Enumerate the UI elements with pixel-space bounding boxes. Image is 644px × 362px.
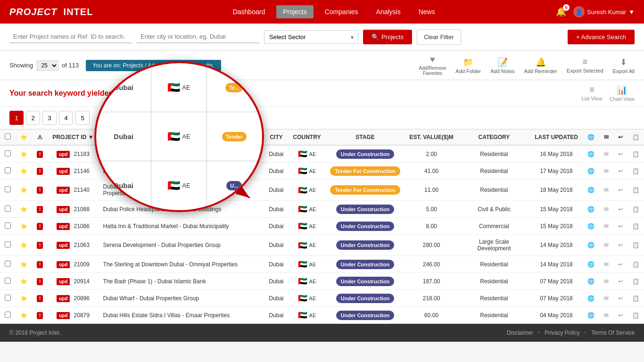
row-clipboard-8[interactable]: 📋: [627, 290, 644, 307]
row-name-1[interactable]: Dubai Creek Harb...: [99, 163, 264, 180]
row-name-2[interactable]: Dubai Creek Harbour Residential... (lot …: [99, 180, 264, 201]
row-alert-2[interactable]: !: [32, 180, 48, 201]
row-reply-0[interactable]: ↩: [613, 145, 627, 163]
row-clipboard-7[interactable]: 📋: [627, 273, 644, 290]
page-4-button[interactable]: 4: [59, 111, 73, 125]
row-check-3[interactable]: [5, 206, 11, 212]
notifications-button[interactable]: 🔔 0: [556, 7, 566, 17]
row-clipboard-6[interactable]: 📋: [627, 256, 644, 273]
page-3-button[interactable]: 3: [42, 111, 57, 125]
add-notes-button[interactable]: 📝 Add Notes: [490, 57, 514, 74]
row-check-0[interactable]: [5, 150, 11, 156]
footer-terms[interactable]: Terms Of Service: [591, 329, 635, 336]
export-all-button[interactable]: ⬇ Export All: [613, 57, 635, 74]
nav-news[interactable]: News: [412, 5, 442, 18]
row-reply-3[interactable]: ↩: [613, 201, 627, 218]
row-id-7[interactable]: upd 20914: [48, 273, 98, 290]
row-check-1[interactable]: [5, 167, 11, 173]
row-alert-8[interactable]: !: [32, 290, 48, 307]
row-email-6[interactable]: ✉: [599, 256, 613, 273]
row-name-3[interactable]: Dubai Police Headquarters Additional Bui…: [99, 201, 264, 218]
row-check-5[interactable]: [5, 241, 11, 247]
row-star-3[interactable]: ⭐: [16, 201, 32, 218]
row-alert-5[interactable]: !: [32, 235, 48, 256]
row-clipboard-5[interactable]: 📋: [627, 235, 644, 256]
export-selected-button[interactable]: ≡ Export Selected: [567, 57, 603, 74]
row-star-1[interactable]: ⭐: [16, 163, 32, 180]
row-id-2[interactable]: upd 21140: [48, 180, 98, 201]
row-email-8[interactable]: ✉: [599, 290, 613, 307]
row-reply-8[interactable]: ↩: [613, 290, 627, 307]
row-clipboard-2[interactable]: 📋: [627, 180, 644, 201]
row-check-4[interactable]: [5, 222, 11, 229]
select-all-checkbox[interactable]: [5, 133, 11, 140]
row-check-7[interactable]: [5, 278, 11, 284]
row-clipboard-4[interactable]: 📋: [627, 218, 644, 235]
row-star-6[interactable]: ⭐: [16, 256, 32, 273]
row-star-8[interactable]: ⭐: [16, 290, 32, 307]
row-star-2[interactable]: ⭐: [16, 180, 32, 201]
nav-companies[interactable]: Companies: [318, 5, 365, 18]
search-button[interactable]: 🔍 Projects: [363, 30, 412, 44]
row-web-1[interactable]: 🌐: [583, 163, 599, 180]
project-search-input[interactable]: [9, 31, 132, 43]
row-clipboard-0[interactable]: 📋: [627, 145, 644, 163]
row-web-9[interactable]: 🌐: [583, 307, 599, 324]
row-web-7[interactable]: 🌐: [583, 273, 599, 290]
row-email-5[interactable]: ✉: [599, 235, 613, 256]
row-email-2[interactable]: ✉: [599, 180, 613, 201]
row-check-2[interactable]: [5, 186, 11, 192]
row-name-6[interactable]: The Sterling at Downtown Dubai - Omniyat…: [99, 256, 264, 273]
add-reminder-button[interactable]: 🔔 Add Reminder: [524, 57, 557, 74]
row-reply-7[interactable]: ↩: [613, 273, 627, 290]
col-project-id[interactable]: PROJECT ID ▼: [48, 130, 98, 146]
row-email-4[interactable]: ✉: [599, 218, 613, 235]
row-reply-4[interactable]: ↩: [613, 218, 627, 235]
row-id-8[interactable]: upd 20896: [48, 290, 98, 307]
row-reply-9[interactable]: ↩: [613, 307, 627, 324]
row-alert-1[interactable]: !: [32, 163, 48, 180]
row-id-5[interactable]: upd 21063: [48, 235, 98, 256]
row-star-0[interactable]: ⭐: [16, 145, 32, 163]
row-email-7[interactable]: ✉: [599, 273, 613, 290]
row-reply-2[interactable]: ↩: [613, 180, 627, 201]
row-web-6[interactable]: 🌐: [583, 256, 599, 273]
row-name-0[interactable]: [99, 145, 264, 163]
row-star-5[interactable]: ⭐: [16, 235, 32, 256]
row-web-8[interactable]: 🌐: [583, 290, 599, 307]
list-view-button[interactable]: ≡ List View: [582, 85, 603, 102]
row-check-8[interactable]: [5, 295, 11, 301]
chart-view-button[interactable]: 📊 Chart View: [609, 85, 635, 102]
row-id-9[interactable]: upd 20879: [48, 307, 98, 324]
row-id-4[interactable]: upd 21086: [48, 218, 98, 235]
row-reply-6[interactable]: ↩: [613, 256, 627, 273]
row-star-9[interactable]: ⭐: [16, 307, 32, 324]
row-web-2[interactable]: 🌐: [583, 180, 599, 201]
user-menu[interactable]: 👤 Suresh Kumar ▼: [573, 6, 635, 17]
row-web-4[interactable]: 🌐: [583, 218, 599, 235]
row-web-5[interactable]: 🌐: [583, 235, 599, 256]
row-alert-3[interactable]: !: [32, 201, 48, 218]
row-reply-5[interactable]: ↩: [613, 235, 627, 256]
row-web-0[interactable]: 🌐: [583, 145, 599, 163]
row-star-4[interactable]: ⭐: [16, 218, 32, 235]
row-name-4[interactable]: Hatta Inn & Traditional Market - Dubai M…: [99, 218, 264, 235]
row-reply-1[interactable]: ↩: [613, 163, 627, 180]
per-page-select[interactable]: 25: [37, 60, 58, 71]
row-name-9[interactable]: Dubai Hills Estate Sidra I Villas - Emaa…: [99, 307, 264, 324]
row-web-3[interactable]: 🌐: [583, 201, 599, 218]
row-check-9[interactable]: [5, 312, 11, 318]
row-id-1[interactable]: upd 21146: [48, 163, 98, 180]
row-alert-6[interactable]: !: [32, 256, 48, 273]
row-email-0[interactable]: ✉: [599, 145, 613, 163]
row-name-8[interactable]: Dubai Wharf - Dubai Properties Group: [99, 290, 264, 307]
nav-dashboard[interactable]: Dashboard: [226, 5, 272, 18]
row-clipboard-3[interactable]: 📋: [627, 201, 644, 218]
row-clipboard-9[interactable]: 📋: [627, 307, 644, 324]
row-id-3[interactable]: upd 21088: [48, 201, 98, 218]
row-alert-7[interactable]: !: [32, 273, 48, 290]
row-alert-0[interactable]: !: [32, 145, 48, 163]
row-id-0[interactable]: upd 21183: [48, 145, 98, 163]
nav-analysis[interactable]: Analysis: [370, 5, 407, 18]
page-1-button[interactable]: 1: [9, 111, 24, 125]
